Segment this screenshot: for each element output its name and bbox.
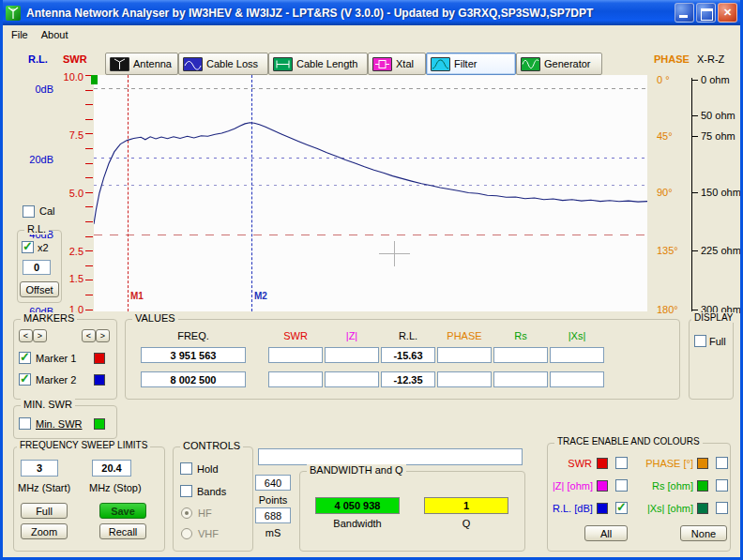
trace-phase-checkbox[interactable] [716, 457, 728, 469]
marker2-checkbox[interactable] [19, 373, 31, 386]
x2-label: x2 [38, 242, 49, 253]
trace-rl-swatch [597, 503, 608, 514]
toolbar-filter-button[interactable]: Filter [426, 53, 516, 75]
cal-checkbox[interactable] [23, 205, 35, 218]
ohm-tick-mark [691, 115, 698, 116]
cable-length-icon [273, 57, 293, 71]
trace-rs-checkbox[interactable] [716, 479, 728, 492]
bands-checkbox[interactable] [180, 485, 192, 497]
sweep-zoom-button[interactable]: Zoom [21, 523, 68, 539]
min-swr-checkbox[interactable] [19, 417, 31, 430]
min-swr-color-swatch [94, 418, 105, 430]
trace-none-button[interactable]: None [680, 525, 727, 541]
marker1-freq-value[interactable] [141, 347, 246, 363]
toolbar-button-label: Cable Loss [206, 58, 258, 69]
minimize-button[interactable] [675, 3, 694, 23]
rl-header: R.L. [381, 330, 435, 341]
menu-file[interactable]: File [5, 27, 35, 42]
sweep-start-input[interactable] [21, 460, 58, 477]
vhf-label: VHF [198, 528, 219, 539]
freq-header: FREQ. [141, 330, 246, 341]
display-groupbox-title: DISPLAY [691, 312, 736, 323]
marker2-right-button[interactable]: > [96, 329, 110, 342]
marker2-rl-value[interactable] [381, 371, 435, 387]
trace-xs-checkbox[interactable] [716, 502, 728, 514]
marker2-label: Marker 2 [36, 374, 76, 386]
marker1-xs-value[interactable] [550, 347, 604, 363]
hf-label: HF [198, 507, 212, 519]
min-swr-label: Min. SWR [36, 418, 83, 430]
z-header: |Z| [325, 330, 379, 341]
hold-checkbox[interactable] [180, 462, 192, 475]
bandwidth-value[interactable] [315, 497, 400, 514]
ms-value[interactable] [255, 507, 291, 523]
marker2-phase-value[interactable] [437, 371, 492, 387]
markers-groupbox-title: MARKERS [21, 312, 77, 324]
app-antenna-icon [6, 6, 21, 21]
full-display-label: Full [709, 336, 726, 347]
rl-axis-title: R.L. [28, 53, 48, 65]
ohm-tick-label: 150 ohm [701, 187, 741, 198]
marker2-z-value[interactable] [325, 371, 379, 387]
ohm-tick-label: 75 ohm [701, 130, 735, 142]
trace-phase-swatch [697, 458, 708, 469]
menu-about[interactable]: About [35, 27, 75, 42]
full-display-checkbox[interactable] [694, 335, 706, 347]
x2-checkbox[interactable] [22, 241, 34, 253]
menu-bar: File About [3, 25, 740, 44]
marker1-left-button[interactable]: < [19, 329, 33, 342]
generator-icon [521, 57, 540, 71]
marker1-right-button[interactable]: > [33, 329, 47, 342]
toolbar-cable-length-button[interactable]: Cable Length [268, 53, 368, 75]
plot-area[interactable]: M1 M2 [94, 75, 647, 311]
maximize-button[interactable] [696, 3, 716, 23]
rl-groupbox-title: R.L. [24, 223, 49, 235]
marker2-xs-value[interactable] [550, 371, 604, 387]
sweep-save-button[interactable]: Save [99, 503, 146, 519]
marker2-rs-value[interactable] [493, 371, 548, 387]
close-button[interactable]: ✕ [718, 3, 737, 23]
marker2-left-button[interactable]: < [82, 329, 96, 342]
sweep-stop-input[interactable] [92, 460, 131, 477]
ohm-axis-line [691, 78, 692, 311]
toolbar-cable-loss-button[interactable]: Cable Loss [178, 53, 268, 75]
rl-tick-label: 0dB [20, 83, 53, 95]
marker2-freq-value[interactable] [141, 371, 246, 387]
toolbar-button-label: Filter [454, 58, 477, 69]
marker2-swr-value[interactable] [268, 371, 323, 387]
sweep-recall-button[interactable]: Recall [99, 523, 146, 539]
hf-radio[interactable] [181, 507, 192, 519]
marker1-rl-value[interactable] [381, 347, 435, 363]
toolbar-xtal-button[interactable]: Xtal [368, 53, 426, 75]
sweep-full-button[interactable]: Full [21, 503, 68, 519]
swr-axis-title: SWR [63, 53, 87, 65]
q-value[interactable] [424, 497, 508, 514]
sweep-stop-label: MHz (Stop) [89, 482, 142, 493]
ohm-tick-mark [691, 250, 698, 251]
marker1-checkbox[interactable] [19, 352, 31, 364]
marker1-z-value[interactable] [325, 347, 379, 363]
trace-all-button[interactable]: All [584, 525, 628, 541]
toolbar-button-label: Generator [544, 58, 591, 69]
ms-label: mS [255, 527, 291, 538]
display-groupbox: DISPLAY [689, 319, 734, 400]
phase-tick-label: 180° [657, 304, 678, 315]
toolbar-antenna-button[interactable]: Antenna [105, 53, 178, 75]
trace-phase-label: PHASE [°] [626, 458, 693, 469]
message-input[interactable] [258, 448, 523, 465]
marker1-rs-value[interactable] [493, 347, 548, 363]
points-value[interactable] [255, 475, 291, 491]
marker1-phase-value[interactable] [437, 347, 492, 363]
toolbar-generator-button[interactable]: Generator [516, 53, 602, 75]
rl-offset-input[interactable] [23, 260, 51, 275]
hold-label: Hold [197, 463, 219, 475]
swr-header: SWR [268, 330, 323, 341]
phase-axis-title: PHASE [654, 53, 690, 65]
phase-tick-label: 0 ° [657, 74, 670, 85]
values-groupbox-title: VALUES [132, 312, 178, 324]
app-window: Antenna Network Analyser by IW3HEV & IW3… [0, 0, 743, 560]
marker1-swr-value[interactable] [268, 347, 323, 363]
vhf-radio[interactable] [181, 528, 192, 539]
rs-header: Rs [493, 330, 548, 341]
offset-button[interactable]: Offset [20, 281, 59, 297]
